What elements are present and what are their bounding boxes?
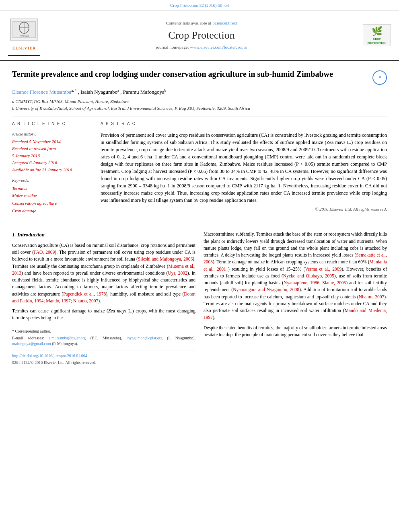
- divider-2: [12, 225, 387, 225]
- crop-protection-logo: 🌿 CROP PROTECTION: [363, 24, 391, 46]
- main-content: Termite prevalence and crop lodging unde…: [0, 61, 399, 373]
- email1-name: (E.F. Mutsamba),: [90, 336, 122, 340]
- journal-ref: Crop Protection 82 (2016) 60–64: [170, 3, 229, 8]
- date-accepted: Accepted 6 January 2016: [12, 159, 93, 166]
- keywords-label: Keywords:: [12, 178, 93, 183]
- author2-name: , Isaiah Nyagumbo: [78, 89, 118, 95]
- crossmark-badge: ✕: [372, 70, 387, 85]
- verma-link[interactable]: Verma et al., 2009: [305, 267, 341, 271]
- author1-name: Eleanor Florence Mutsamba: [12, 89, 71, 95]
- mando-link[interactable]: Mando and Miedema, 1997: [204, 308, 387, 320]
- abstract-text: Provision of permanent soil cover using …: [101, 131, 387, 204]
- homepage-link[interactable]: www.elsevier.com/locate/cropro: [190, 45, 247, 49]
- keyword-4: Crop damage: [12, 207, 93, 215]
- keyword-3: Conservation agriculture: [12, 199, 93, 207]
- keyword-1: Termites: [12, 185, 93, 192]
- abstract-col: A B S T R A C T Provision of permanent s…: [101, 121, 387, 219]
- email2-note: (I. Nyagumbo),: [167, 336, 195, 340]
- abstract-label: A B S T R A C T: [101, 121, 387, 128]
- authors-line: Eleanor Florence Mutsambaa, * , Isaiah N…: [12, 88, 387, 96]
- affiliation-b: b University of KwaZulu-Natal, School of…: [12, 105, 387, 111]
- date-revised: 5 January 2016: [12, 152, 93, 160]
- email-label: E-mail addresses:: [12, 336, 44, 340]
- sileshi-link[interactable]: Sileshi and Mafongoya, 2006: [138, 257, 193, 261]
- elsevier-image: ELSEVIER: [10, 18, 38, 41]
- info-abstract-section: A R T I C L E I N F O Article history: R…: [12, 121, 387, 219]
- keywords-section: Keywords: Termites Maize residue Conserv…: [12, 178, 93, 215]
- date-received: Received 5 November 2014: [12, 138, 93, 146]
- nyamapfene-link[interactable]: Nyamapfene, 1986; Slame, 2005: [284, 280, 346, 285]
- crossmark-label: ✕: [378, 76, 381, 80]
- elsevier-logo-area: ELSEVIER ELSEVIER: [8, 14, 40, 56]
- date-online: Available online 21 January 2016: [12, 166, 93, 174]
- body-right-para-1: Macrotermitinae subfamily. Termites atta…: [204, 231, 387, 321]
- copyright-line: © 2016 Elsevier Ltd. All rights reserved…: [101, 206, 387, 212]
- keyword-2: Maize residue: [12, 192, 93, 199]
- footnote-area: * Corresponding author. E-mail addresses…: [12, 326, 195, 347]
- article-info-col: A R T I C L E I N F O Article history: R…: [12, 121, 93, 219]
- nyamangara-link[interactable]: Nyamangara and Nyagumbo, 2008: [233, 287, 299, 292]
- body-col-right: Macrotermitinae subfamily. Termites atta…: [204, 231, 387, 365]
- intro-heading: 1. Introduction: [12, 231, 195, 239]
- crop-icon: 🌿: [372, 25, 383, 38]
- maniania-link[interactable]: Maniania et al., 2001: [204, 259, 387, 271]
- fao-link[interactable]: FAO, 2009: [34, 250, 55, 255]
- date-revised-label: Received in revised form: [12, 145, 93, 152]
- journal-homepage: journal homepage: www.elsevier.com/locat…: [44, 44, 359, 50]
- author2-sup: a: [117, 88, 119, 92]
- body-section: 1. Introduction Conservation agriculture…: [12, 231, 387, 365]
- author1-link[interactable]: Eleanor Florence Mutsamba: [12, 89, 71, 95]
- nhamo-link[interactable]: Nhamo, 2007: [359, 294, 384, 299]
- doi-link[interactable]: http://dx.doi.org/10.1016/j.cropro.2016.…: [12, 353, 195, 359]
- affiliations: a CIMMYT, P.O.Box MP163, Mount Pleasant,…: [12, 99, 387, 112]
- elsevier-text: ELSEVIER: [12, 45, 36, 51]
- bottom-bar: http://dx.doi.org/10.1016/j.cropro.2016.…: [12, 351, 195, 366]
- body-right-para-2: Despite the stated benefits of termites,…: [204, 325, 387, 339]
- journal-center: Contents lists available at ScienceDirec…: [44, 20, 359, 50]
- intro-para-1: Conservation agriculture (CA) is based o…: [12, 242, 195, 304]
- footnote-corresponding: * Corresponding author.: [12, 329, 195, 334]
- journal-header: ELSEVIER ELSEVIER Contents lists availab…: [0, 10, 399, 61]
- footnote-emails: E-mail addresses: e.mutsamba@cgiar.org (…: [12, 335, 195, 347]
- email3-note: (P. Mafongoya).: [52, 341, 78, 346]
- affiliation-a: a CIMMYT, P.O.Box MP163, Mount Pleasant,…: [12, 99, 387, 105]
- science-direct-link[interactable]: ScienceDirect: [212, 21, 237, 25]
- email3-link[interactable]: mafongoya@gmail.com: [12, 341, 51, 346]
- uys-link[interactable]: Uys, 2002: [168, 271, 187, 275]
- papendick-link[interactable]: Papendick et al., 1978: [63, 292, 106, 296]
- divider-1: [12, 117, 387, 117]
- article-title-area: Termite prevalence and crop lodging unde…: [12, 69, 387, 85]
- nyeko-link[interactable]: Nyeko and Olubayo, 2005: [283, 273, 334, 278]
- crop-logo-label: CROP PROTECTION: [363, 37, 391, 45]
- email1-link[interactable]: e.mutsamba@cgiar.org: [49, 336, 86, 340]
- article-info-label: A R T I C L E I N F O: [12, 121, 93, 128]
- contents-line: Contents lists available at ScienceDirec…: [44, 20, 359, 26]
- body-col-left: 1. Introduction Conservation agriculture…: [12, 231, 195, 365]
- article-history: Article history: Received 5 November 201…: [12, 131, 93, 174]
- author3-sup: b: [165, 88, 167, 92]
- semakatte-link[interactable]: Semakatte et al., 2003: [204, 253, 387, 264]
- journal-title: Crop Protection: [44, 28, 359, 43]
- email2-link[interactable]: inyagumbo@cgiar.org: [127, 336, 162, 340]
- article-title-text: Termite prevalence and crop lodging unde…: [12, 69, 368, 79]
- top-bar: Crop Protection 82 (2016) 60–64: [0, 0, 399, 10]
- issn-line: 0261-2194/© 2016 Elsevier Ltd. All right…: [12, 359, 195, 366]
- svg-text:ELSEVIER: ELSEVIER: [19, 35, 29, 37]
- intro-para-2: Termites can cause significant damage to…: [12, 308, 195, 322]
- author1-sup: a, *: [71, 88, 76, 92]
- author3-name: , Paramu Mafongoya: [120, 89, 164, 95]
- history-label: Article history:: [12, 131, 93, 137]
